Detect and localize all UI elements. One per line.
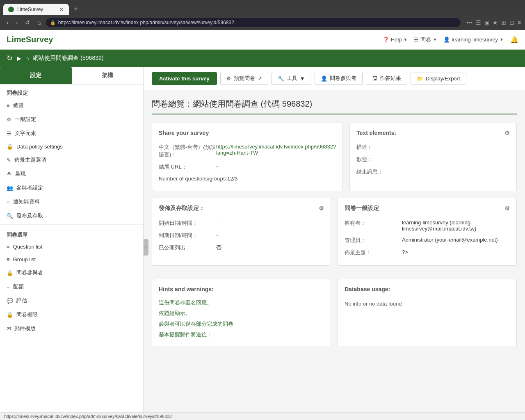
tools-label: 工具 (287, 75, 297, 82)
end-url-label: 結尾 URL： (159, 163, 216, 171)
breadcrumb-arrow-icon: ▶ (17, 55, 21, 62)
publish-access-icon: 🔍 (7, 213, 13, 219)
topbar-right: ❓ Help ▼ ☰ 問卷 ▼ 👤 learning-limesurvey ▼ … (383, 36, 518, 43)
display-export-button[interactable]: 📁 Display/Export (411, 73, 466, 84)
person-icon: 👤 (321, 75, 327, 82)
breadcrumb-refresh-icon: ↻ (7, 54, 13, 63)
sidebar-collapse-button[interactable]: ‹ (144, 239, 148, 256)
admin-label: 管理員： (345, 237, 402, 244)
text-welcome-field: 歡迎： (356, 153, 510, 166)
sidebar-item-question-list-label: Question list (13, 244, 43, 250)
theme-row: 佈景主題： ?> (345, 247, 510, 259)
sidebar-item-data-policy[interactable]: 🔒 Data policy settings (0, 140, 143, 153)
bookmark-icon[interactable]: ★ (493, 19, 498, 26)
cards-grid-row3: Hints and warnings: 這份問卷非匿名回應。 依題組顯示。 參與… (152, 272, 517, 347)
sidebar-item-assessment[interactable]: 💬 評估 (0, 294, 143, 308)
tab-structure[interactable]: 架構 (72, 67, 144, 84)
sidebar-item-publish-access[interactable]: 🔍 發布及存取 (0, 209, 143, 223)
help-button[interactable]: ❓ Help ▼ (383, 37, 408, 43)
reader-icon[interactable]: ☰ (476, 19, 481, 26)
overflow-menu-icon[interactable]: ••• (466, 19, 472, 26)
sidebar-item-quota[interactable]: ≡ 配額 (0, 280, 143, 294)
app-logo[interactable]: LimeSurvey (7, 35, 53, 44)
publish-gear-icon[interactable]: ⚙ (319, 205, 324, 212)
share-survey-card: Share your survey 中文（繁體-台灣）(預設語言)： https… (152, 123, 343, 191)
sidebar-item-general-settings[interactable]: ⚙ 一般設定 (0, 112, 143, 126)
app-topbar: LimeSurvey ❓ Help ▼ ☰ 問卷 ▼ 👤 learning-li… (0, 30, 525, 50)
start-date-value: - (216, 219, 218, 226)
sidebar-item-presentation[interactable]: 👁 呈現 (0, 167, 143, 181)
activate-survey-button[interactable]: Activate this survey (152, 72, 217, 85)
sidebar-item-survey-participants[interactable]: 🔒 問卷參與者 (0, 266, 143, 280)
sidebar-item-participant-settings[interactable]: 👥 參與者設定 (0, 181, 143, 195)
questions-value: 12/3 (227, 176, 237, 182)
admin-row: 管理員： Administrator (your-email@example.n… (345, 234, 510, 247)
sidebar-item-email-templates[interactable]: ✉ 郵件模版 (0, 322, 143, 336)
responses-button[interactable]: 🖫 作答結果 (366, 72, 407, 85)
statusbar-url: https://limesurvey.imacat.idv.tw/index.p… (4, 414, 172, 419)
hint-item-0[interactable]: 這份問卷非匿名回應。 (159, 297, 324, 308)
pocket-icon[interactable]: ◉ (484, 19, 489, 26)
questions-label: Number of questions/groups: (159, 176, 227, 182)
question-list-icon: ≡ (7, 244, 10, 250)
nav-refresh-button[interactable]: ↺ (23, 18, 32, 27)
presentation-icon: 👁 (7, 171, 12, 177)
participants-button[interactable]: 👤 問卷參與者 (315, 72, 363, 85)
sidebar-item-group-list-label: Group list (13, 256, 36, 262)
publish-settings-card: 發佈及存取設定： ⚙ 開始日期/時間： - 到期日期/時間： - 已公開列出： … (152, 198, 331, 266)
browser-tab[interactable]: LimeSurvey ✕ (3, 4, 69, 15)
public-label: 已公開列出： (159, 244, 216, 251)
user-menu-button[interactable]: 👤 learning-limesurvey ▼ (443, 37, 504, 43)
survey-language-link[interactable]: https://limesurvey.imacat.idv.tw/index.p… (216, 144, 336, 156)
survey-menu-button[interactable]: ☰ 問卷 ▼ (414, 36, 437, 43)
browser-nav: ‹ › ↺ ⌂ 🔒 https://limesurvey.imacat.idv.… (0, 15, 525, 30)
assessment-icon: 💬 (7, 298, 13, 304)
public-row: 已公開列出： 否 (159, 242, 324, 254)
breadcrumb-home-icon[interactable]: ⌂ (25, 55, 29, 62)
app-menu-icon[interactable]: ≡ (518, 19, 521, 26)
sidebar-section-survey-settings: 問卷設定 (0, 84, 143, 98)
nav-back-button[interactable]: ‹ (4, 18, 11, 27)
address-bar[interactable]: 🔒 https://limesurvey.imacat.idv.tw/index… (46, 18, 461, 27)
sidebar-item-overview-label: 總覽 (13, 102, 24, 109)
question-icon: ❓ (383, 37, 389, 43)
sidebar-item-notifications[interactable]: ≡ 通知與資料 (0, 195, 143, 209)
text-elements-icon: ☰ (7, 130, 11, 137)
tools-button[interactable]: 🔧 工具 ▼ (272, 72, 311, 85)
sidebar-item-survey-permissions-label: 問卷權限 (16, 311, 38, 318)
notification-bell-icon[interactable]: 🔔 (510, 36, 518, 43)
sidebar-item-presentation-label: 呈現 (15, 170, 26, 178)
hint-item-2[interactable]: 參與者可以儲存部分完成的問卷 (159, 319, 324, 329)
preview-survey-button[interactable]: ⚙ 預覽問卷 ↗ (220, 72, 268, 85)
sidebar-item-question-list[interactable]: ≡ Question list (0, 240, 143, 253)
sidebar-item-data-policy-label: Data policy settings (16, 144, 63, 150)
sidebar-item-theme-options[interactable]: ✎ 佈景主題選項 (0, 153, 143, 167)
tab-settings[interactable]: 設定 (0, 67, 72, 84)
share-end-url-row: 結尾 URL： - (159, 161, 336, 173)
sidebar-item-survey-permissions[interactable]: 🔒 問卷權限 (0, 308, 143, 322)
gear-icon: ⚙ (226, 75, 231, 82)
hint-item-1[interactable]: 依題組顯示。 (159, 308, 324, 319)
hint-item-3[interactable]: 基本提醒郵件將送往： (159, 329, 324, 340)
text-elements-gear-icon[interactable]: ⚙ (504, 130, 510, 136)
tab-close-icon[interactable]: ✕ (59, 6, 64, 13)
new-tab-button[interactable]: + (71, 3, 82, 15)
nav-right-icons: ••• ☰ ◉ ★ ⊞ ⊡ ≡ (466, 19, 521, 26)
cards-grid-row1: Share your survey 中文（繁體-台灣）(預設語言)： https… (152, 123, 517, 191)
sidebar-item-overview[interactable]: ≡ 總覽 (0, 98, 143, 112)
start-date-row: 開始日期/時間： - (159, 217, 324, 229)
action-bar: Activate this survey ⚙ 預覽問卷 ↗ 🔧 工具 ▼ 👤 問… (144, 67, 525, 90)
container-icon[interactable]: ⊞ (501, 19, 506, 26)
responses-label: 作答結果 (380, 75, 401, 82)
nav-home-button[interactable]: ⌂ (35, 18, 43, 27)
text-elements-card: Text elements: ⚙ 描述： 歡迎： 結束訊息： (349, 123, 517, 191)
owner-label: 擁有者： (345, 219, 402, 227)
extensions-icon[interactable]: ⊡ (509, 19, 514, 26)
nav-forward-button[interactable]: › (14, 18, 21, 27)
start-date-label: 開始日期/時間： (159, 219, 216, 227)
general-settings-gear-icon[interactable]: ⚙ (504, 205, 510, 212)
survey-menu-dropdown-arrow: ▼ (433, 37, 437, 42)
sidebar-item-group-list[interactable]: ≡ Group list (0, 253, 143, 266)
sidebar-item-text-elements[interactable]: ☰ 文字元素 (0, 126, 143, 140)
breadcrumb-survey-name: 網站使用問卷調查 (596832) (33, 55, 103, 62)
